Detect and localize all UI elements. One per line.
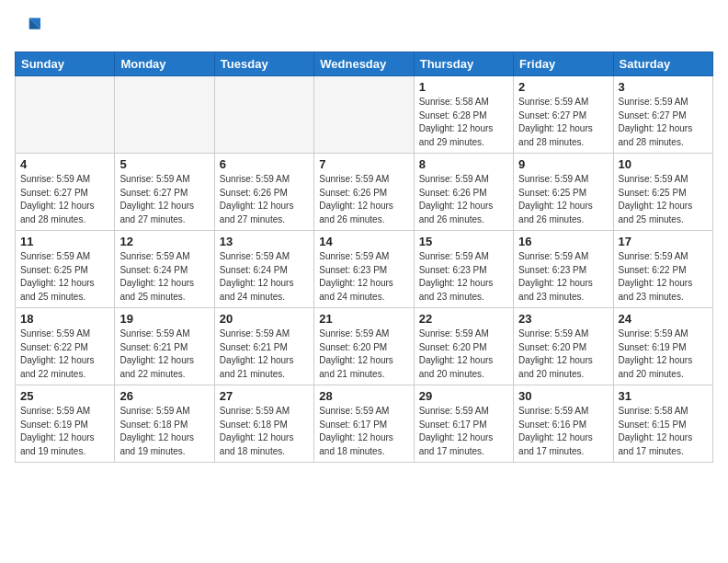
calendar-week-row: 18Sunrise: 5:59 AM Sunset: 6:22 PM Dayli… [16, 308, 713, 385]
day-number: 11 [20, 235, 109, 248]
day-info: Sunrise: 5:59 AM Sunset: 6:20 PM Dayligh… [319, 327, 408, 381]
calendar-cell: 10Sunrise: 5:59 AM Sunset: 6:25 PM Dayli… [613, 154, 712, 231]
calendar-cell: 11Sunrise: 5:59 AM Sunset: 6:25 PM Dayli… [16, 231, 115, 308]
day-info: Sunrise: 5:58 AM Sunset: 6:28 PM Dayligh… [419, 96, 508, 149]
day-number: 21 [319, 312, 408, 326]
day-info: Sunrise: 5:59 AM Sunset: 6:17 PM Dayligh… [319, 405, 408, 458]
calendar-cell: 5Sunrise: 5:59 AM Sunset: 6:27 PM Daylig… [115, 154, 214, 231]
calendar-cell: 16Sunrise: 5:59 AM Sunset: 6:23 PM Dayli… [514, 231, 613, 308]
day-info: Sunrise: 5:59 AM Sunset: 6:20 PM Dayligh… [518, 327, 608, 381]
calendar-cell: 6Sunrise: 5:59 AM Sunset: 6:26 PM Daylig… [214, 154, 313, 231]
day-info: Sunrise: 5:58 AM Sunset: 6:15 PM Dayligh… [619, 405, 708, 458]
day-info: Sunrise: 5:59 AM Sunset: 6:26 PM Dayligh… [419, 173, 508, 226]
calendar-cell: 9Sunrise: 5:59 AM Sunset: 6:25 PM Daylig… [514, 154, 613, 231]
calendar-header-row: SundayMondayTuesdayWednesdayThursdayFrid… [16, 52, 713, 76]
calendar-header-thursday: Thursday [414, 52, 513, 76]
day-number: 8 [419, 157, 508, 171]
day-number: 7 [319, 157, 408, 171]
calendar-cell: 7Sunrise: 5:59 AM Sunset: 6:26 PM Daylig… [314, 154, 414, 231]
calendar-table: SundayMondayTuesdayWednesdayThursdayFrid… [15, 52, 713, 463]
calendar-cell: 19Sunrise: 5:59 AM Sunset: 6:21 PM Dayli… [115, 308, 214, 385]
calendar-header-tuesday: Tuesday [214, 52, 313, 76]
page-header [15, 15, 713, 40]
calendar-cell: 4Sunrise: 5:59 AM Sunset: 6:27 PM Daylig… [16, 154, 115, 231]
day-number: 12 [119, 235, 209, 248]
day-number: 22 [419, 312, 508, 326]
day-info: Sunrise: 5:59 AM Sunset: 6:23 PM Dayligh… [518, 250, 608, 304]
day-info: Sunrise: 5:59 AM Sunset: 6:27 PM Dayligh… [619, 96, 708, 149]
day-info: Sunrise: 5:59 AM Sunset: 6:18 PM Dayligh… [119, 405, 209, 458]
day-number: 2 [518, 80, 608, 94]
calendar-cell: 15Sunrise: 5:59 AM Sunset: 6:23 PM Dayli… [414, 231, 513, 308]
day-info: Sunrise: 5:59 AM Sunset: 6:21 PM Dayligh… [220, 327, 309, 381]
day-info: Sunrise: 5:59 AM Sunset: 6:20 PM Dayligh… [419, 327, 508, 381]
day-info: Sunrise: 5:59 AM Sunset: 6:23 PM Dayligh… [319, 250, 408, 304]
day-info: Sunrise: 5:59 AM Sunset: 6:17 PM Dayligh… [419, 405, 508, 458]
day-number: 1 [419, 80, 508, 94]
calendar-cell: 12Sunrise: 5:59 AM Sunset: 6:24 PM Dayli… [115, 231, 214, 308]
calendar-header-saturday: Saturday [613, 52, 712, 76]
day-info: Sunrise: 5:59 AM Sunset: 6:19 PM Dayligh… [619, 327, 708, 381]
day-info: Sunrise: 5:59 AM Sunset: 6:22 PM Dayligh… [20, 327, 109, 381]
calendar-cell [16, 76, 115, 154]
day-number: 9 [518, 157, 608, 171]
calendar-cell: 25Sunrise: 5:59 AM Sunset: 6:19 PM Dayli… [16, 385, 115, 463]
day-info: Sunrise: 5:59 AM Sunset: 6:24 PM Dayligh… [119, 250, 209, 304]
calendar-header-sunday: Sunday [16, 52, 115, 76]
calendar-cell [314, 76, 414, 154]
calendar-cell [214, 76, 313, 154]
day-number: 20 [220, 312, 309, 326]
day-number: 15 [419, 235, 508, 248]
day-number: 5 [119, 157, 209, 171]
day-info: Sunrise: 5:59 AM Sunset: 6:27 PM Dayligh… [119, 173, 209, 226]
calendar-cell: 8Sunrise: 5:59 AM Sunset: 6:26 PM Daylig… [414, 154, 513, 231]
day-number: 29 [419, 389, 508, 403]
calendar-cell: 20Sunrise: 5:59 AM Sunset: 6:21 PM Dayli… [214, 308, 313, 385]
logo [15, 15, 44, 40]
day-number: 31 [619, 389, 708, 403]
day-number: 27 [220, 389, 309, 403]
day-number: 14 [319, 235, 408, 248]
calendar-week-row: 4Sunrise: 5:59 AM Sunset: 6:27 PM Daylig… [16, 154, 713, 231]
day-info: Sunrise: 5:59 AM Sunset: 6:26 PM Dayligh… [220, 173, 309, 226]
calendar-cell: 14Sunrise: 5:59 AM Sunset: 6:23 PM Dayli… [314, 231, 414, 308]
day-info: Sunrise: 5:59 AM Sunset: 6:27 PM Dayligh… [518, 96, 608, 149]
day-info: Sunrise: 5:59 AM Sunset: 6:25 PM Dayligh… [518, 173, 608, 226]
calendar-week-row: 11Sunrise: 5:59 AM Sunset: 6:25 PM Dayli… [16, 231, 713, 308]
day-number: 25 [20, 389, 109, 403]
day-info: Sunrise: 5:59 AM Sunset: 6:19 PM Dayligh… [20, 405, 109, 458]
calendar-cell: 31Sunrise: 5:58 AM Sunset: 6:15 PM Dayli… [613, 385, 712, 463]
day-number: 13 [220, 235, 309, 248]
day-info: Sunrise: 5:59 AM Sunset: 6:25 PM Dayligh… [619, 173, 708, 226]
day-number: 17 [619, 235, 708, 248]
day-number: 10 [619, 157, 708, 171]
logo-icon [15, 15, 40, 40]
day-number: 26 [119, 389, 209, 403]
day-info: Sunrise: 5:59 AM Sunset: 6:21 PM Dayligh… [119, 327, 209, 381]
calendar-header-friday: Friday [514, 52, 613, 76]
calendar-cell: 29Sunrise: 5:59 AM Sunset: 6:17 PM Dayli… [414, 385, 513, 463]
calendar-cell: 26Sunrise: 5:59 AM Sunset: 6:18 PM Dayli… [115, 385, 214, 463]
day-number: 28 [319, 389, 408, 403]
calendar-cell: 24Sunrise: 5:59 AM Sunset: 6:19 PM Dayli… [613, 308, 712, 385]
calendar-cell: 23Sunrise: 5:59 AM Sunset: 6:20 PM Dayli… [514, 308, 613, 385]
day-number: 16 [518, 235, 608, 248]
calendar-cell: 3Sunrise: 5:59 AM Sunset: 6:27 PM Daylig… [613, 76, 712, 154]
calendar-week-row: 1Sunrise: 5:58 AM Sunset: 6:28 PM Daylig… [16, 76, 713, 154]
day-info: Sunrise: 5:59 AM Sunset: 6:25 PM Dayligh… [20, 250, 109, 304]
calendar-cell: 30Sunrise: 5:59 AM Sunset: 6:16 PM Dayli… [514, 385, 613, 463]
day-number: 23 [518, 312, 608, 326]
day-info: Sunrise: 5:59 AM Sunset: 6:22 PM Dayligh… [619, 250, 708, 304]
day-number: 3 [619, 80, 708, 94]
day-number: 24 [619, 312, 708, 326]
calendar-cell: 18Sunrise: 5:59 AM Sunset: 6:22 PM Dayli… [16, 308, 115, 385]
day-info: Sunrise: 5:59 AM Sunset: 6:26 PM Dayligh… [319, 173, 408, 226]
day-info: Sunrise: 5:59 AM Sunset: 6:16 PM Dayligh… [518, 405, 608, 458]
calendar-cell [115, 76, 214, 154]
day-number: 18 [20, 312, 109, 326]
day-number: 6 [220, 157, 309, 171]
calendar-cell: 28Sunrise: 5:59 AM Sunset: 6:17 PM Dayli… [314, 385, 414, 463]
day-info: Sunrise: 5:59 AM Sunset: 6:23 PM Dayligh… [419, 250, 508, 304]
calendar-header-wednesday: Wednesday [314, 52, 414, 76]
calendar-cell: 13Sunrise: 5:59 AM Sunset: 6:24 PM Dayli… [214, 231, 313, 308]
